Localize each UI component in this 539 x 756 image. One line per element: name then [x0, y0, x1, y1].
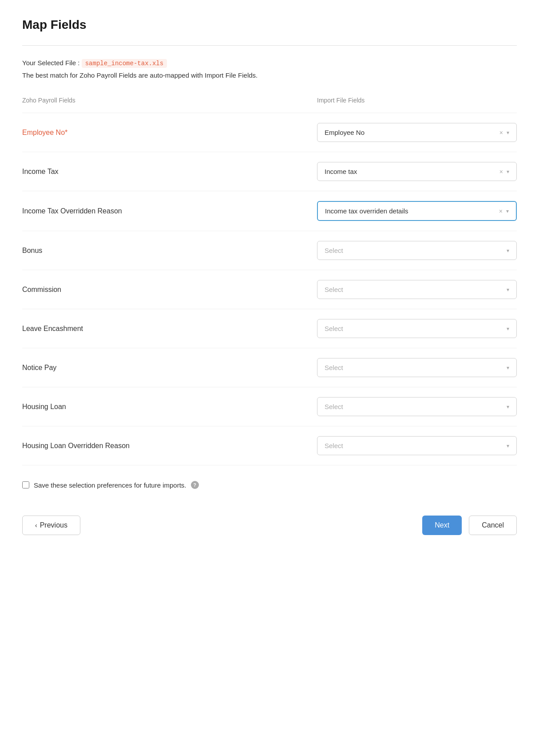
dropdown-arrow-icon-3: ▾	[507, 248, 509, 254]
select-box-8[interactable]: Select▾	[317, 436, 517, 455]
select-box-value-1: Income tax	[325, 168, 499, 175]
dropdown-arrow-icon-5: ▾	[507, 326, 509, 332]
select-box-2[interactable]: Income tax overriden details×▾	[317, 201, 517, 221]
field-row: Notice PaySelect▾	[22, 348, 517, 387]
chevron-left-icon: ‹	[35, 522, 37, 529]
field-row: CommissionSelect▾	[22, 270, 517, 309]
select-box-value-8: Select	[325, 442, 507, 449]
file-info: Your Selected File : sample_income-tax.x…	[22, 59, 517, 67]
dropdown-arrow-icon-8: ▾	[507, 443, 509, 449]
select-box-value-2: Income tax overriden details	[325, 207, 499, 215]
field-label-7: Housing Loan	[22, 403, 317, 411]
field-row: Leave EncashmentSelect▾	[22, 309, 517, 348]
column-header-import: Import File Fields	[317, 97, 517, 104]
select-box-actions-0: ×▾	[499, 129, 509, 136]
dropdown-arrow-icon-4: ▾	[507, 287, 509, 293]
field-select-0: Employee No×▾	[317, 123, 517, 142]
field-row: Housing Loan Overridden ReasonSelect▾	[22, 426, 517, 465]
select-box-actions-4: ▾	[507, 287, 509, 293]
select-box-4[interactable]: Select▾	[317, 280, 517, 299]
field-label-8: Housing Loan Overridden Reason	[22, 442, 317, 450]
field-label-1: Income Tax	[22, 168, 317, 176]
page-title: Map Fields	[22, 18, 517, 32]
columns-header: Zoho Payroll Fields Import File Fields	[22, 97, 517, 104]
select-box-actions-5: ▾	[507, 326, 509, 332]
save-preferences-checkbox[interactable]	[22, 481, 29, 488]
field-label-3: Bonus	[22, 247, 317, 255]
select-box-value-4: Select	[325, 286, 507, 293]
divider	[22, 45, 517, 46]
select-box-7[interactable]: Select▾	[317, 397, 517, 416]
select-box-actions-3: ▾	[507, 248, 509, 254]
field-row: Income Tax Overridden ReasonIncome tax o…	[22, 191, 517, 231]
select-box-3[interactable]: Select▾	[317, 241, 517, 260]
field-label-2: Income Tax Overridden Reason	[22, 207, 317, 215]
footer-actions: ‹ Previous Next Cancel	[22, 516, 517, 535]
select-box-0[interactable]: Employee No×▾	[317, 123, 517, 142]
file-name: sample_income-tax.xls	[82, 59, 167, 68]
next-button[interactable]: Next	[422, 516, 462, 535]
cancel-button[interactable]: Cancel	[469, 516, 517, 535]
select-box-value-3: Select	[325, 247, 507, 254]
field-select-3: Select▾	[317, 241, 517, 260]
field-label-5: Leave Encashment	[22, 325, 317, 333]
help-icon[interactable]: ?	[191, 481, 199, 489]
dropdown-arrow-icon-0: ▾	[507, 130, 509, 136]
select-box-value-7: Select	[325, 403, 507, 410]
select-box-1[interactable]: Income tax×▾	[317, 162, 517, 181]
select-box-value-0: Employee No	[325, 129, 499, 136]
select-box-actions-7: ▾	[507, 404, 509, 410]
field-row: Income TaxIncome tax×▾	[22, 152, 517, 191]
clear-icon-1[interactable]: ×	[499, 168, 503, 175]
field-select-2: Income tax overriden details×▾	[317, 201, 517, 221]
clear-icon-0[interactable]: ×	[499, 129, 503, 136]
column-header-payroll: Zoho Payroll Fields	[22, 97, 317, 104]
select-box-value-6: Select	[325, 364, 507, 371]
field-label-6: Notice Pay	[22, 364, 317, 372]
dropdown-arrow-icon-1: ▾	[507, 169, 509, 175]
select-box-actions-1: ×▾	[499, 168, 509, 175]
btn-group-right: Next Cancel	[422, 516, 517, 535]
select-box-actions-8: ▾	[507, 443, 509, 449]
dropdown-arrow-icon-7: ▾	[507, 404, 509, 410]
file-info-label: Your Selected File :	[22, 59, 80, 67]
field-rows-container: Employee No*Employee No×▾Income TaxIncom…	[22, 113, 517, 465]
field-label-4: Commission	[22, 286, 317, 294]
field-row: Employee No*Employee No×▾	[22, 113, 517, 152]
field-row: Housing LoanSelect▾	[22, 387, 517, 426]
field-select-5: Select▾	[317, 319, 517, 338]
select-box-5[interactable]: Select▾	[317, 319, 517, 338]
save-preferences-label[interactable]: Save these selection preferences for fut…	[34, 481, 186, 489]
field-select-1: Income tax×▾	[317, 162, 517, 181]
select-box-actions-2: ×▾	[499, 208, 509, 215]
field-select-4: Select▾	[317, 280, 517, 299]
dropdown-arrow-icon-2: ▾	[506, 208, 509, 214]
auto-map-text: The best match for Zoho Payroll Fields a…	[22, 71, 517, 79]
previous-button-label: Previous	[40, 521, 67, 529]
field-select-6: Select▾	[317, 358, 517, 377]
previous-button[interactable]: ‹ Previous	[22, 516, 80, 535]
checkbox-row: Save these selection preferences for fut…	[22, 481, 517, 489]
clear-icon-2[interactable]: ×	[499, 208, 503, 215]
field-row: BonusSelect▾	[22, 231, 517, 270]
dropdown-arrow-icon-6: ▾	[507, 365, 509, 371]
field-select-8: Select▾	[317, 436, 517, 455]
select-box-actions-6: ▾	[507, 365, 509, 371]
select-box-value-5: Select	[325, 325, 507, 332]
field-select-7: Select▾	[317, 397, 517, 416]
select-box-6[interactable]: Select▾	[317, 358, 517, 377]
field-label-0: Employee No*	[22, 129, 317, 137]
